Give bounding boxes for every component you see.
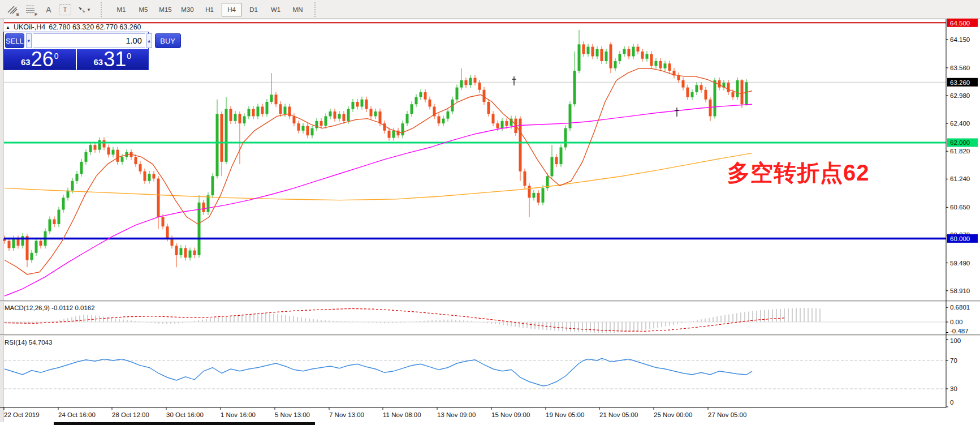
price-tick-label: 61.820 xyxy=(950,148,970,154)
buy-button[interactable]: BUY xyxy=(155,33,181,48)
time-tick-label: 13 Nov 09:00 xyxy=(437,411,476,418)
time-axis[interactable]: 22 Oct 201924 Oct 16:0028 Oct 12:0030 Oc… xyxy=(0,407,946,418)
price-badge-label: 60.000 xyxy=(950,235,970,242)
time-tick-label: 19 Nov 05:00 xyxy=(546,411,584,418)
symbol-header: ▲ UKOil-,H4 62.780 63.320 62.770 63.260 xyxy=(6,23,141,31)
time-tick-label: 1 Nov 16:00 xyxy=(221,411,256,418)
macd-panel[interactable] xyxy=(4,308,946,333)
time-tick-label: 28 Oct 12:00 xyxy=(112,411,149,418)
buy-price-sup: 0 xyxy=(127,51,131,61)
taskbar-fragment xyxy=(54,422,315,425)
volume-input[interactable] xyxy=(33,33,145,48)
macd-axis-label: -0.487 xyxy=(950,328,969,334)
macd-label: MACD(12,26,9) -0.0112 0.0162 xyxy=(5,304,95,311)
sell-price-sup: 0 xyxy=(54,51,59,61)
price-tick-label: 60.650 xyxy=(950,204,970,211)
price-tick-label: 59.490 xyxy=(950,260,970,267)
price-badge-label: 63.260 xyxy=(950,79,970,86)
time-tick-label: 25 Nov 00:00 xyxy=(654,411,692,418)
time-tick-label: 7 Nov 13:00 xyxy=(329,411,364,418)
price-tick-label: 58.910 xyxy=(950,287,970,294)
rsi-line xyxy=(5,358,752,386)
symbol-arrow-icon: ▲ xyxy=(6,25,10,30)
chart-annotation-text: 多空转折点62 xyxy=(727,157,870,188)
price-tick-label: 61.240 xyxy=(950,175,970,182)
time-tick-label: 5 Nov 13:00 xyxy=(275,411,310,418)
rsi-axis-label: 30 xyxy=(950,385,957,392)
time-tick-label: 30 Oct 16:00 xyxy=(166,411,204,418)
one-click-trade-panel: SELL ▼ ▲ BUY 63 26 0 63 31 0 xyxy=(3,32,149,70)
trade-prices-row: 63 26 0 63 31 0 xyxy=(4,49,148,70)
sell-price-pips: 26 xyxy=(31,49,54,70)
time-tick-label: 27 Nov 05:00 xyxy=(708,411,746,418)
price-tick-label: 62.980 xyxy=(950,92,970,99)
buy-price-prefix: 63 xyxy=(93,57,103,67)
macd-axis-label: 0.00 xyxy=(950,319,962,325)
buy-price-pips: 31 xyxy=(103,49,126,70)
sell-button[interactable]: SELL xyxy=(5,33,24,48)
symbol-name: UKOil-,H4 xyxy=(14,23,45,31)
time-tick-label: 11 Nov 08:00 xyxy=(383,411,421,418)
macd-signal-line xyxy=(5,308,786,331)
price-badge-label: 64.500 xyxy=(950,20,970,27)
rsi-label: RSI(14) 54.7043 xyxy=(5,339,52,346)
volume-up-button[interactable]: ▲ xyxy=(146,33,152,48)
price-badge-label: 62.000 xyxy=(950,139,970,146)
time-tick-label: 22 Oct 2019 xyxy=(4,411,40,418)
price-tick-label: 62.400 xyxy=(950,120,970,127)
buy-price-display[interactable]: 63 31 0 xyxy=(77,49,149,70)
moving-averages xyxy=(5,68,752,296)
ma-fast-red xyxy=(5,68,752,274)
ma-mid-magenta xyxy=(5,104,752,296)
volume-down-button[interactable]: ▼ xyxy=(26,33,32,48)
time-tick-label: 15 Nov 09:00 xyxy=(491,411,530,418)
price-axis[interactable]: 64.15063.56062.98062.40061.82061.24060.6… xyxy=(946,19,978,407)
rsi-axis-label: 70 xyxy=(950,357,957,364)
rsi-panel[interactable] xyxy=(4,358,946,389)
macd-axis-label: 0.6801 xyxy=(950,304,970,311)
sell-price-prefix: 63 xyxy=(21,57,31,67)
rsi-axis-label: 0 xyxy=(950,399,953,406)
time-tick-label: 21 Nov 05:00 xyxy=(599,411,638,418)
trade-controls-row: SELL ▼ ▲ BUY xyxy=(4,32,148,49)
price-tick-label: 63.560 xyxy=(950,65,970,71)
rsi-axis-label: 100 xyxy=(950,337,961,344)
symbol-ohlc-values: 62.780 63.320 62.770 63.260 xyxy=(49,23,141,31)
sell-price-display[interactable]: 63 26 0 xyxy=(4,49,76,70)
price-tick-label: 64.150 xyxy=(950,36,970,43)
time-tick-label: 24 Oct 16:00 xyxy=(58,411,96,418)
